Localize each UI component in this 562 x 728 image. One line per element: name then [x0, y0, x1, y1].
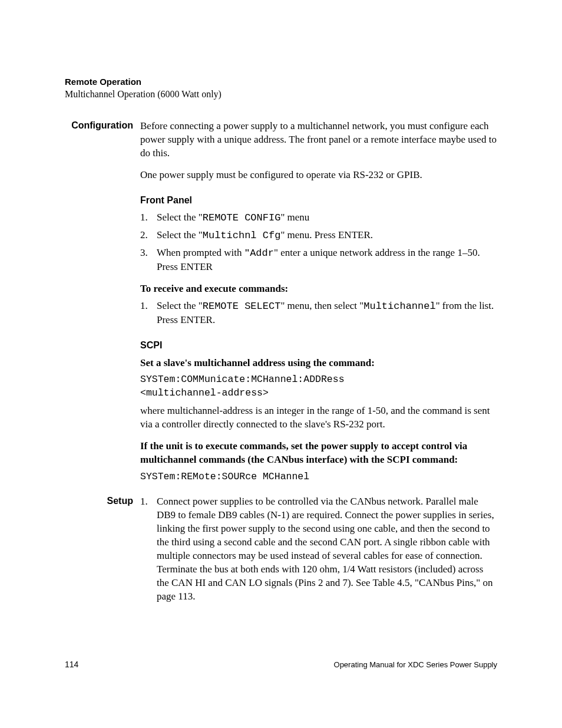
list-item-text: When prompted with "Addr" enter a unique… [157, 246, 497, 274]
receive-exec-heading: To receive and execute commands: [140, 282, 497, 296]
front-panel-heading: Front Panel [140, 194, 497, 207]
list-item-text: Select the "Multichnl Cfg" menu. Press E… [157, 229, 497, 243]
list-item-number: 2. [140, 229, 157, 243]
section-title: Remote Operation [65, 77, 497, 87]
scpi-set-slave-heading: Set a slave's multichannel address using… [140, 357, 497, 370]
list-item: 1.Select the "REMOTE SELECT" menu, then … [140, 299, 497, 327]
list-item-text: Connect power supplies to be controlled … [157, 495, 497, 604]
list-item-number: 1. [140, 211, 157, 225]
list-item-number: 1. [140, 299, 157, 327]
configuration-note: One power supply must be configured to o… [140, 169, 497, 182]
configuration-label: Configuration [65, 120, 140, 131]
list-item-number: 1. [140, 495, 157, 604]
configuration-intro: Before connecting a power supply to a mu… [140, 120, 497, 160]
list-item-text: Select the "REMOTE CONFIG" menu [157, 211, 497, 225]
list-item: 1.Connect power supplies to be controlle… [140, 495, 497, 604]
setup-label: Setup [65, 495, 140, 506]
scpi-set-slave-cmd: SYSTem:COMMunicate:MCHannel:ADDRess <mul… [140, 373, 497, 400]
scpi-if-unit-cmd: SYSTem:REMote:SOURce MCHannel [140, 470, 497, 483]
list-item-number: 3. [140, 246, 157, 274]
section-subtitle: Multichannel Operation (6000 Watt only) [65, 89, 497, 100]
scpi-if-unit-heading: If the unit is to execute commands, set … [140, 440, 497, 467]
page-number: 114 [65, 660, 78, 669]
footer-doc-title: Operating Manual for XDC Series Power Su… [334, 660, 497, 669]
list-item: 3.When prompted with "Addr" enter a uniq… [140, 246, 497, 274]
scpi-where-text: where multichannel-address is an integer… [140, 404, 497, 431]
setup-steps: 1.Connect power supplies to be controlle… [140, 495, 497, 604]
list-item-text: Select the "REMOTE SELECT" menu, then se… [157, 299, 497, 327]
front-panel-steps: 1.Select the "REMOTE CONFIG" menu2.Selec… [140, 211, 497, 274]
list-item: 2.Select the "Multichnl Cfg" menu. Press… [140, 229, 497, 243]
list-item: 1.Select the "REMOTE CONFIG" menu [140, 211, 497, 225]
receive-exec-steps: 1.Select the "REMOTE SELECT" menu, then … [140, 299, 497, 327]
scpi-heading: SCPI [140, 339, 497, 352]
